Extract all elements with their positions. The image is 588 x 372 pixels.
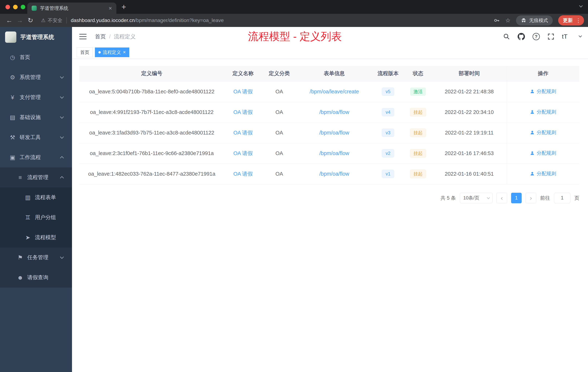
assign-rule-button[interactable]: 分配规则 [530,109,556,115]
tag-close-icon[interactable]: × [123,50,126,55]
table-row: oa_leave:1:482ec033-762a-11ec-8477-a2380… [79,164,579,184]
breadcrumb-separator: / [109,33,111,40]
column-header-time: 部署时间 [432,66,507,81]
url-path: /bpm/manager/definition?key=oa_leave [135,17,224,23]
tab-title: 芋道管理系统 [40,5,105,11]
bookmark-star-icon[interactable]: ☆ [505,17,511,24]
github-icon[interactable] [518,33,525,40]
goto-suffix-label: 页 [574,195,579,201]
form-link[interactable]: /bpm/oa/flow [319,130,349,136]
main-area: 首页 / 流程定义 流程模型 - 定义列表 ? [72,27,588,372]
sidebar-item-label: 请假查询 [27,274,48,281]
form-icon: ▥ [24,194,32,201]
reload-button[interactable]: ↻ [25,17,36,24]
status-badge: 挂起 [410,170,426,178]
definition-name-link[interactable]: OA 请假 [233,150,252,156]
sidebar-item-system[interactable]: ⚙ 系统管理 [0,67,72,87]
page-size-select[interactable]: 10条/页 [460,193,493,203]
forward-button[interactable]: → [15,17,25,24]
assign-rule-button[interactable]: 分配规则 [530,88,556,95]
send-icon: ➤ [24,234,32,241]
tag-process-definition[interactable]: 流程定义 × [95,47,129,57]
sidebar-toggle-button[interactable] [79,32,87,41]
column-header-form: 表单信息 [297,66,372,81]
definition-id: oa_leave:1:482ec033-762a-11ec-8477-a2380… [79,164,224,184]
definition-name-link[interactable]: OA 请假 [233,89,252,94]
sidebar-item-home[interactable]: ◷ 首页 [0,47,72,67]
back-button[interactable]: ← [4,17,15,24]
update-button[interactable]: 更新 ⋮ [558,15,584,25]
definition-name-link[interactable]: OA 请假 [233,130,252,136]
browser-menu-icon[interactable]: ⋮ [576,17,581,24]
sidebar-item-user-group[interactable]: ♊ 用户分组 [0,208,72,228]
incognito-label: 无痕模式 [529,17,548,24]
flag-icon: ⚑ [16,254,24,261]
key-icon[interactable] [494,17,500,23]
tab-search-chevron-icon[interactable] [580,4,583,8]
column-header-status: 状态 [404,66,432,81]
breadcrumb: 首页 / 流程定义 [95,33,136,40]
url-field[interactable]: dashboard.yudao.iocoder.cn/bpm/manager/d… [71,17,489,23]
page-size-value: 10条/页 [463,195,479,201]
sidebar-item-label: 研发工具 [20,134,41,141]
yen-icon: ¥ [8,94,17,101]
sidebar-item-task-management[interactable]: ⚑ 任务管理 [0,248,72,268]
current-page-button[interactable]: 1 [511,193,522,203]
sidebar-item-infrastructure[interactable]: ▤ 基础设施 [0,107,72,127]
sidebar-item-leave-query[interactable]: ☻ 请假查询 [0,268,72,287]
version-badge: v5 [382,88,394,96]
chevron-up-icon [60,156,64,160]
tag-home[interactable]: 首页 [77,47,93,57]
assign-rule-button[interactable]: 分配规则 [530,150,556,156]
goto-label: 前往 [540,195,550,201]
definition-category: OA [262,143,297,164]
minimize-window-button[interactable] [13,5,18,9]
window-controls [5,5,25,9]
browser-tab[interactable]: 芋道管理系统 × [27,2,116,14]
goto-page-input[interactable] [554,193,570,203]
sidebar-item-process-form[interactable]: ▥ 流程表单 [0,187,72,208]
user-icon [530,89,535,94]
sidebar-item-devtools[interactable]: ⚒ 研发工具 [0,127,72,147]
sidebar-logo[interactable]: 芋道管理系统 [0,27,72,47]
version-badge: v1 [382,170,394,178]
new-tab-button[interactable]: + [116,0,131,14]
sidebar-item-process-model[interactable]: ➤ 流程模型 [0,228,72,248]
tab-close-icon[interactable]: × [109,5,112,11]
form-link[interactable]: /bpm/oa/flow [319,109,349,115]
form-link[interactable]: /bpm/oa/flow [319,171,349,177]
sidebar-item-payment[interactable]: ¥ 支付管理 [0,87,72,107]
definition-name-link[interactable]: OA 请假 [233,109,252,115]
sidebar-item-workflow[interactable]: ▣ 工作流程 [0,147,72,167]
close-window-button[interactable] [5,5,10,9]
assign-rule-button[interactable]: 分配规则 [530,170,556,177]
fullscreen-icon[interactable] [547,33,554,40]
next-page-button[interactable]: › [526,193,536,203]
sidebar-item-process-management[interactable]: ≡ 流程管理 [0,167,72,187]
users-icon: ♊ [24,214,32,221]
definition-id: oa_leave:3:1fad3d93-7b75-11ec-a3c8-acde4… [79,122,224,143]
page-content: 定义编号 定义名称 定义分类 表单信息 流程版本 状态 部署时间 操作 oa_l… [72,59,588,203]
help-icon[interactable]: ? [533,33,540,40]
chevron-down-icon [487,196,490,199]
definition-name-link[interactable]: OA 请假 [233,171,252,177]
search-icon[interactable] [503,33,510,40]
font-size-icon[interactable]: tT [562,33,568,40]
form-link[interactable]: /bpm/oa/leave/create [310,89,359,94]
tags-view-bar: 首页 流程定义 × [72,46,588,59]
prev-page-button[interactable]: ‹ [496,193,507,203]
sidebar-item-label: 流程模型 [35,234,56,241]
user-icon [530,151,535,156]
maximize-window-button[interactable] [21,5,25,9]
infrastructure-icon: ▤ [8,114,17,121]
status-badge: 激活 [410,88,426,96]
sidebar-item-label: 流程管理 [27,174,48,181]
sidebar: 芋道管理系统 ◷ 首页 ⚙ 系统管理 ¥ 支付管理 ▤ 基础设施 [0,27,72,372]
user-icon [530,171,535,176]
version-badge: v4 [382,108,394,117]
tools-icon: ⚒ [8,134,17,141]
security-chip[interactable]: ⚠ 不安全 [41,17,62,24]
assign-rule-button[interactable]: 分配规则 [530,129,556,136]
breadcrumb-home[interactable]: 首页 [95,33,106,40]
form-link[interactable]: /bpm/oa/flow [319,150,349,156]
